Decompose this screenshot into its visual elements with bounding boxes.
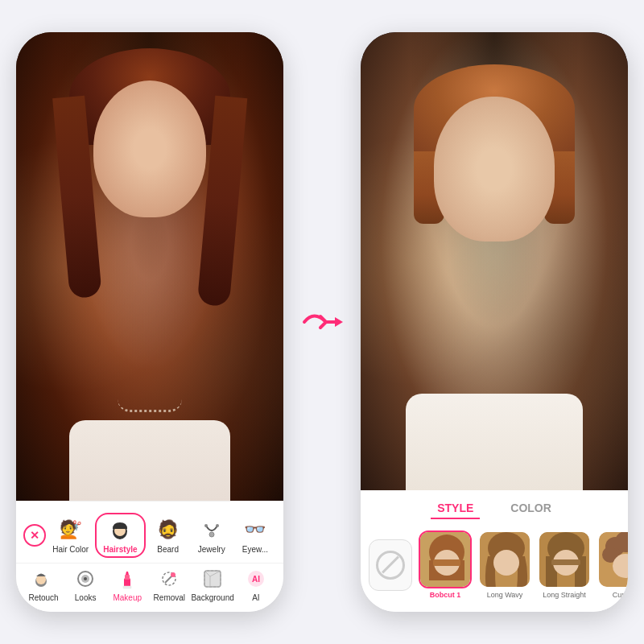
svg-marker-20	[335, 317, 343, 327]
svg-rect-25	[433, 559, 460, 566]
hairstyle-none[interactable]	[369, 539, 412, 591]
tab-color[interactable]: COLOR	[504, 498, 558, 519]
left-necklace	[118, 399, 182, 412]
toolbar-hairstyle[interactable]: Hairstyle	[95, 513, 145, 558]
hairstyle-bobcut1-preview	[420, 532, 470, 587]
style-color-tabs: STYLE COLOR	[361, 498, 628, 526]
hairstyle-longstraight-img	[538, 530, 591, 588]
left-phone-image	[16, 32, 283, 501]
hairstyle-label: Hairstyle	[103, 545, 137, 554]
hairstyle-longwavy-label: Long Wavy	[487, 591, 523, 599]
right-phone-image	[361, 32, 628, 490]
hairstyle-curly1-label: Curly 1	[613, 591, 628, 599]
looks-icon	[73, 567, 97, 591]
svg-rect-34	[551, 559, 580, 565]
hairstyle-bobcut1[interactable]: Bobcut 1	[419, 530, 472, 599]
hairstyle-icon	[107, 517, 133, 543]
svg-point-3	[204, 524, 208, 527]
hairstyle-scroll: Bobcut 1	[361, 526, 628, 605]
background-icon	[200, 567, 225, 591]
toolbar-makeup[interactable]: Makeup	[107, 567, 147, 602]
toolbar-row1: ✕ 💇 Hair Color Hairstyle	[16, 508, 283, 563]
svg-point-28	[493, 550, 519, 576]
hairstyle-curly1[interactable]: Curly 1	[597, 530, 628, 599]
left-face-skin	[93, 80, 206, 217]
retouch-icon	[31, 567, 56, 591]
makeup-icon	[115, 567, 139, 591]
hairstyle-bobcut1-label: Bobcut 1	[430, 591, 461, 599]
svg-marker-12	[126, 572, 129, 575]
svg-point-4	[216, 524, 219, 527]
no-style-circle	[376, 551, 405, 580]
toolbar-jewelry[interactable]: Jewelry	[191, 514, 233, 557]
right-dress	[406, 394, 583, 490]
right-bottom-panel: STYLE COLOR	[361, 490, 628, 612]
toolbar-eyewear[interactable]: 👓 Eyew...	[234, 514, 276, 557]
toolbar-hair-color[interactable]: 💇 Hair Color	[47, 514, 93, 557]
arrow-svg	[298, 298, 346, 346]
makeup-label: Makeup	[113, 593, 142, 602]
beard-icon: 🧔	[155, 517, 181, 543]
beard-label: Beard	[157, 545, 179, 554]
toolbar-background[interactable]: Background	[191, 567, 233, 602]
close-button[interactable]: ✕	[23, 524, 46, 547]
svg-point-2	[209, 532, 214, 537]
eyewear-label: Eyew...	[242, 545, 268, 554]
toolbar-retouch[interactable]: Retouch	[23, 567, 64, 602]
background-label: Background	[191, 593, 233, 602]
svg-point-15	[171, 572, 175, 577]
hairstyle-bobcut1-img	[419, 530, 472, 588]
hairstyle-longstraight-preview	[539, 532, 589, 587]
hairstyle-longstraight-label: Long Straight	[543, 591, 586, 599]
removal-label: Removal	[154, 593, 185, 602]
hairstyle-longwavy-preview	[480, 532, 530, 587]
toolbar-looks[interactable]: Looks	[65, 567, 105, 602]
transformation-arrow	[298, 298, 346, 346]
left-dress	[69, 420, 230, 501]
jewelry-label: Jewelry	[198, 545, 225, 554]
toolbar-ai[interactable]: AI AI	[236, 567, 276, 602]
svg-rect-11	[125, 575, 130, 580]
close-icon: ✕	[30, 529, 39, 542]
svg-point-9	[84, 577, 87, 580]
removal-icon	[157, 567, 181, 591]
toolbar-beard[interactable]: 🧔 Beard	[147, 514, 189, 557]
hair-color-icon: 💇	[58, 517, 84, 543]
jewelry-icon	[199, 517, 225, 543]
hairstyle-curly1-preview	[599, 532, 628, 587]
svg-rect-13	[123, 586, 131, 588]
hairstyle-longwavy[interactable]: Long Wavy	[478, 530, 531, 599]
tab-style[interactable]: STYLE	[431, 498, 480, 519]
hairstyle-longwavy-img	[478, 530, 531, 588]
right-phone: STYLE COLOR	[361, 32, 628, 612]
svg-text:AI: AI	[252, 575, 260, 584]
toolbar-removal[interactable]: Removal	[149, 567, 189, 602]
hairstyle-curly1-img	[597, 530, 628, 588]
right-face-skin	[434, 97, 555, 242]
left-phone: ✕ 💇 Hair Color Hairstyle	[16, 32, 283, 612]
app-container: ✕ 💇 Hair Color Hairstyle	[0, 0, 644, 644]
ai-icon: AI	[244, 567, 268, 591]
toolbar-row2: Retouch Looks	[16, 563, 283, 609]
hair-color-label: Hair Color	[52, 545, 89, 554]
no-style-line	[382, 556, 399, 574]
right-face	[422, 97, 567, 274]
left-face	[85, 80, 214, 242]
retouch-label: Retouch	[28, 593, 58, 602]
left-toolbar: ✕ 💇 Hair Color Hairstyle	[16, 501, 283, 612]
ai-label: AI	[252, 593, 259, 602]
eyewear-icon: 👓	[242, 517, 268, 543]
looks-label: Looks	[75, 593, 97, 602]
hairstyle-longstraight[interactable]: Long Straight	[538, 530, 591, 599]
